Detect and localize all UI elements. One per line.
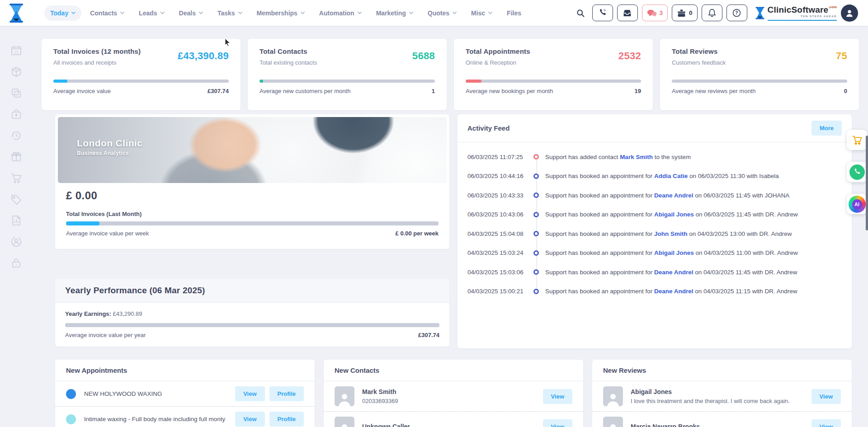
- user-avatar[interactable]: [841, 5, 858, 22]
- clinic-footer-label: Average invoice value per week: [66, 230, 149, 237]
- feed-timestamp: 04/03/2025 15:03:06: [467, 269, 524, 276]
- view-button[interactable]: View: [235, 412, 264, 427]
- call-fab[interactable]: [847, 162, 867, 182]
- stat-card-invoices: Total Invoices (12 months) All invoices …: [42, 39, 241, 110]
- yearly-footer-value: £307.74: [418, 332, 439, 338]
- feed-marker: [533, 174, 539, 179]
- feed-text: Support has booked an appointment for De…: [545, 269, 797, 276]
- report-icon[interactable]: [10, 215, 22, 226]
- cash-register-icon: [677, 9, 686, 17]
- nav-item-files[interactable]: Files: [501, 5, 527, 21]
- feed-timestamp: 04/03/2025 15:03:24: [467, 249, 524, 256]
- nav-label: Tasks: [217, 9, 235, 17]
- activity-feed-list: 06/03/2025 11:07:25 Support has added co…: [458, 142, 852, 301]
- gift-icon[interactable]: [10, 151, 22, 163]
- view-button[interactable]: View: [235, 386, 264, 401]
- nav-item-today[interactable]: Today: [44, 5, 81, 21]
- nav-label: Today: [50, 9, 68, 17]
- inbox-button[interactable]: [617, 5, 638, 21]
- history-icon[interactable]: [10, 130, 22, 141]
- package-icon[interactable]: [10, 66, 22, 78]
- feed-text: Support has added contact Mark Smith to …: [545, 154, 691, 160]
- feed-marker: [533, 250, 539, 256]
- feed-timestamp: 06/03/2025 10:43:33: [467, 192, 524, 199]
- scrollbar-thumb[interactable]: [866, 136, 868, 230]
- nav-item-contacts[interactable]: Contacts: [84, 5, 130, 21]
- chat-button[interactable]: 3: [642, 5, 668, 21]
- contact-link[interactable]: Abigail Jones: [654, 249, 694, 256]
- view-button[interactable]: View: [543, 419, 572, 427]
- hourglass-logo-icon: [9, 4, 24, 23]
- profile-button[interactable]: Profile: [269, 412, 304, 427]
- clinic-banner-subtitle: Business Analytics: [77, 150, 142, 156]
- feed-marker: [533, 154, 539, 160]
- stat-footer-label: Average new bookings per month: [466, 88, 553, 94]
- new-contacts-title: New Contacts: [324, 360, 583, 381]
- register-button[interactable]: 0: [672, 5, 698, 21]
- phone-button[interactable]: [592, 5, 613, 21]
- calendar-icon[interactable]: 12: [10, 45, 22, 56]
- new-reviews-title: New Reviews: [592, 360, 852, 381]
- stat-footer-label: Average invoice value: [53, 88, 111, 94]
- chevron-down-icon: [358, 11, 362, 15]
- feed-text: Support has booked an appointment for Ad…: [545, 173, 779, 179]
- profile-button[interactable]: Profile: [269, 386, 304, 401]
- contact-link[interactable]: Abigail Jones: [654, 211, 694, 218]
- notifications-button[interactable]: [702, 5, 722, 21]
- nav-label: Automation: [319, 9, 354, 17]
- nav-item-marketing[interactable]: Marketing: [370, 5, 419, 21]
- chevron-down-icon: [453, 11, 457, 15]
- lock-icon[interactable]: [10, 257, 22, 269]
- nav-label: Files: [507, 9, 521, 17]
- feed-timestamp: 06/03/2025 10:43:06: [467, 211, 524, 218]
- nav-item-misc[interactable]: Misc: [465, 5, 498, 21]
- stat-subtitle: Total existing contacts: [259, 59, 317, 66]
- contact-link[interactable]: Mark Smith: [620, 154, 653, 160]
- left-sidebar: 12: [0, 26, 33, 427]
- tag-icon[interactable]: [10, 193, 22, 205]
- stat-footer-label: Average new reviews per month: [672, 88, 755, 94]
- register-count-badge: 0: [689, 9, 693, 16]
- feed-timestamp: 04/03/2025 15:00:21: [467, 288, 524, 295]
- contact-link[interactable]: Addia Catie: [654, 173, 688, 179]
- cart-icon[interactable]: [10, 172, 22, 184]
- nav-item-memberships[interactable]: Memberships: [251, 5, 311, 21]
- nav-item-tasks[interactable]: Tasks: [212, 5, 248, 21]
- contact-link[interactable]: Deane Andrel: [654, 269, 693, 276]
- more-button[interactable]: More: [811, 121, 842, 136]
- bag-icon[interactable]: [10, 108, 22, 120]
- search-icon[interactable]: [573, 5, 588, 21]
- view-button[interactable]: View: [543, 389, 572, 404]
- main-content: Total Invoices (12 months) All invoices …: [33, 26, 868, 427]
- brand-logo[interactable]: ClinicSoftware.com TEN STEPS AHEAD: [755, 5, 837, 21]
- avatar: [335, 417, 354, 427]
- help-button[interactable]: ?: [726, 5, 747, 21]
- nav-item-leads[interactable]: Leads: [133, 5, 170, 21]
- stat-footer-value: 19: [635, 88, 641, 94]
- view-button[interactable]: View: [811, 389, 841, 404]
- appointment-row: NEW HOLYWOOD WAXING View Profile: [55, 381, 315, 406]
- nav-item-deals[interactable]: Deals: [173, 5, 209, 21]
- feed-text: Support has booked an appointment for Jo…: [545, 230, 792, 237]
- app-logo[interactable]: [0, 4, 33, 23]
- nav-item-quotes[interactable]: Quotes: [422, 5, 462, 21]
- view-button[interactable]: View: [811, 419, 841, 427]
- progress-bar: [53, 80, 229, 83]
- feed-marker: [533, 269, 539, 275]
- ai-assistant-fab[interactable]: AI: [847, 194, 867, 214]
- nav-item-automation[interactable]: Automation: [313, 5, 368, 21]
- brand-wordmark: ClinicSoftware.com TEN STEPS AHEAD: [768, 5, 837, 21]
- feed-timestamp: 06/03/2025 11:07:25: [467, 154, 524, 160]
- avatar: [603, 417, 623, 427]
- contact-link[interactable]: John Smith: [654, 230, 688, 237]
- contact-link[interactable]: Deane Andrel: [654, 192, 693, 199]
- account-icon[interactable]: [10, 236, 22, 248]
- contact-link[interactable]: Deane Andrel: [654, 288, 693, 295]
- copy-icon[interactable]: [10, 87, 22, 99]
- shop-fab[interactable]: [847, 130, 867, 150]
- contact-phone: 02033693369: [362, 398, 539, 404]
- reviewer-name: Abigail Jones: [631, 388, 808, 395]
- bell-icon: [708, 9, 716, 17]
- chevron-down-icon: [160, 11, 165, 15]
- review-row: Abigail Jones I love this treatment and …: [592, 381, 852, 411]
